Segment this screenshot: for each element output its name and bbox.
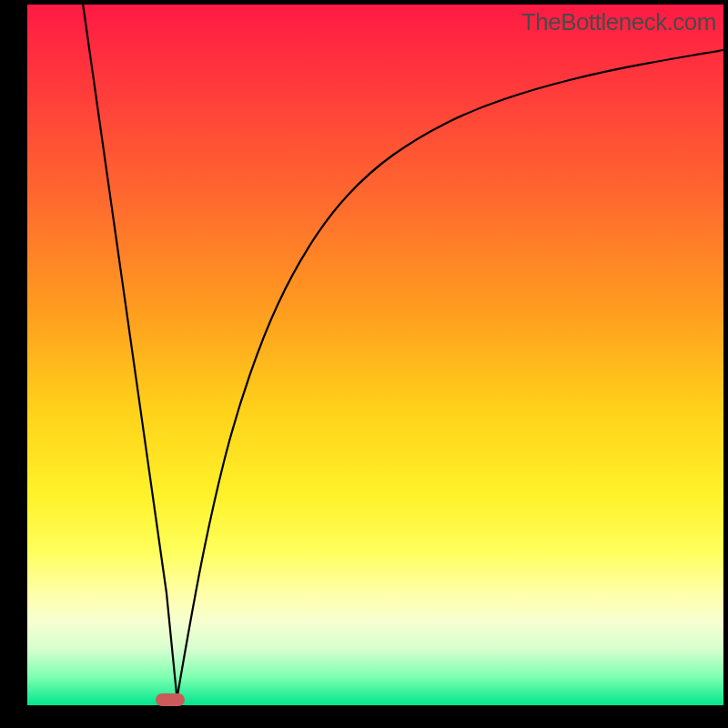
watermark-text: TheBottleneck.com (521, 8, 716, 36)
curve-left-branch (83, 5, 177, 698)
curve-svg (27, 5, 723, 705)
chart-frame: TheBottleneck.com (0, 0, 728, 728)
curve-right-branch (177, 50, 724, 698)
bottleneck-marker (156, 693, 185, 706)
plot-area: TheBottleneck.com (27, 5, 723, 705)
